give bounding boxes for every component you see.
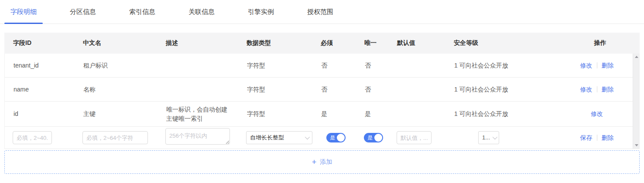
cell-data-type: 字符型 bbox=[238, 109, 312, 119]
cell-cn-name: 主键 bbox=[75, 109, 158, 119]
tab-label: 索引信息 bbox=[129, 8, 155, 16]
required-toggle[interactable]: 是 bbox=[326, 133, 346, 142]
chevron-down-icon bbox=[305, 135, 310, 139]
cell-cn-name: 租户标识 bbox=[75, 61, 158, 70]
toggle-label: 是 bbox=[330, 134, 335, 142]
cell-security-level: 1 可向社会公众开放 bbox=[445, 109, 561, 119]
scroll-up-icon[interactable] bbox=[635, 56, 638, 58]
cell-security-level: 1 可向社会公众开放 bbox=[445, 61, 561, 70]
cell-required: 否 bbox=[312, 61, 356, 70]
cell-description: 唯一标识，会自动创建主键唯一索引 bbox=[158, 105, 238, 123]
cell-security-level: 1 可向社会公众开放 bbox=[445, 85, 561, 94]
tab-label: 关联信息 bbox=[188, 8, 215, 16]
security-level-select[interactable]: 1... bbox=[478, 131, 499, 144]
toggle-knob bbox=[337, 134, 345, 142]
delete-link[interactable]: 删除 bbox=[602, 133, 614, 142]
tab-index-info[interactable]: 索引信息 bbox=[123, 0, 161, 24]
unique-toggle[interactable]: 是 bbox=[364, 133, 383, 142]
save-link[interactable]: 保存 bbox=[580, 133, 593, 142]
vertical-scrollbar[interactable] bbox=[633, 54, 640, 149]
delete-link[interactable]: 删除 bbox=[602, 61, 614, 70]
plus-icon: + bbox=[312, 158, 317, 166]
cn-name-input[interactable] bbox=[82, 131, 148, 144]
chevron-down-icon bbox=[493, 135, 497, 139]
cell-field-id: name bbox=[5, 85, 75, 94]
action-divider bbox=[597, 135, 597, 141]
cell-data-type: 字符型 bbox=[238, 61, 312, 70]
header-field-id: 字段ID bbox=[4, 39, 74, 47]
header-security-level: 安全等级 bbox=[445, 39, 561, 47]
table-row: id 主键 唯一标识，会自动创建主键唯一索引 字符型 是 是 1 可向社会公众开… bbox=[5, 102, 633, 127]
tab-bar: 字段明细 分区信息 索引信息 关联信息 引擎实例 授权范围 bbox=[0, 0, 644, 24]
tab-field-details[interactable]: 字段明细 bbox=[4, 0, 43, 24]
description-textarea[interactable] bbox=[165, 128, 230, 145]
cell-required: 否 bbox=[312, 85, 356, 94]
tab-label: 引擎实例 bbox=[248, 8, 274, 16]
data-type-select-value: 自增长长整型 bbox=[250, 133, 284, 142]
field-id-input[interactable] bbox=[13, 131, 52, 144]
cell-data-type: 字符型 bbox=[238, 85, 312, 94]
edit-link[interactable]: 修改 bbox=[580, 85, 593, 94]
security-level-select-value: 1... bbox=[482, 133, 490, 142]
table-header-row: 字段ID 中文名 描述 数据类型 必须 唯一 默认值 安全等级 操作 bbox=[4, 33, 640, 54]
new-field-row: 自增长长整型 是 是 bbox=[5, 127, 633, 149]
cell-cn-name: 名称 bbox=[75, 85, 158, 94]
cell-unique: 否 bbox=[356, 85, 389, 94]
action-divider bbox=[597, 86, 597, 92]
cell-unique: 是 bbox=[356, 109, 389, 119]
toggle-label: 是 bbox=[367, 134, 373, 142]
cell-required: 是 bbox=[312, 109, 356, 119]
cell-field-id: id bbox=[5, 109, 75, 119]
tab-label: 分区信息 bbox=[70, 8, 96, 16]
tab-partition-info[interactable]: 分区信息 bbox=[64, 0, 102, 24]
table-row: tenant_id 租户标识 字符型 否 否 1 可向社会公众开放 修改 删除 bbox=[5, 54, 633, 78]
action-divider bbox=[597, 62, 597, 68]
data-type-select[interactable]: 自增长长整型 bbox=[246, 131, 312, 144]
tab-label: 字段明细 bbox=[10, 8, 37, 16]
add-button-label: 添加 bbox=[320, 158, 332, 166]
header-cn-name: 中文名 bbox=[74, 39, 157, 47]
default-value-input[interactable] bbox=[397, 131, 432, 144]
header-default-value: 默认值 bbox=[388, 39, 445, 47]
tab-auth-scope[interactable]: 授权范围 bbox=[301, 0, 339, 24]
toggle-knob bbox=[374, 134, 382, 142]
cell-field-id: tenant_id bbox=[5, 61, 75, 70]
tab-relation-info[interactable]: 关联信息 bbox=[182, 0, 221, 24]
table-row: name 名称 字符型 否 否 1 可向社会公众开放 修改 删除 bbox=[5, 78, 633, 102]
add-field-button[interactable]: + 添加 bbox=[4, 150, 640, 174]
edit-link[interactable]: 修改 bbox=[580, 61, 593, 70]
header-unique: 唯一 bbox=[356, 39, 388, 47]
cell-unique: 否 bbox=[356, 61, 389, 70]
tab-engine-instance[interactable]: 引擎实例 bbox=[242, 0, 280, 24]
delete-link[interactable]: 删除 bbox=[602, 85, 614, 94]
header-data-type: 数据类型 bbox=[238, 39, 312, 47]
fields-table: 字段ID 中文名 描述 数据类型 必须 唯一 默认值 安全等级 操作 tenan… bbox=[4, 33, 640, 149]
edit-link[interactable]: 修改 bbox=[591, 109, 603, 119]
header-description: 描述 bbox=[157, 39, 238, 47]
tab-label: 授权范围 bbox=[307, 8, 333, 16]
scroll-down-icon[interactable] bbox=[635, 144, 638, 146]
header-required: 必须 bbox=[312, 39, 356, 47]
header-actions: 操作 bbox=[561, 39, 640, 47]
